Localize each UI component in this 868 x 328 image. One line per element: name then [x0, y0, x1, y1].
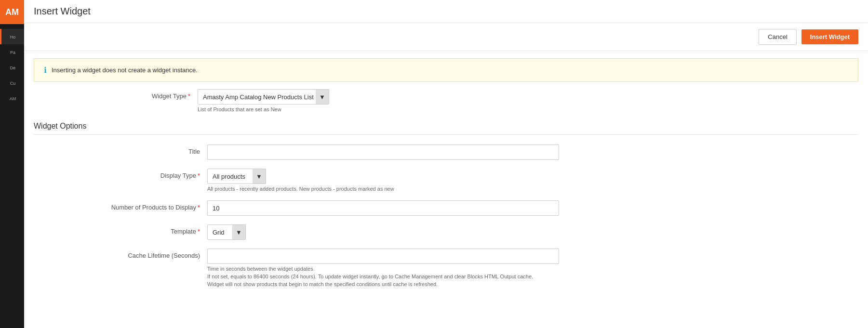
required-marker: *	[198, 204, 200, 211]
dialog-area: Cancel Insert Widget ℹ Inserting a widge…	[24, 23, 868, 328]
template-select-wrap: Grid List ▼	[207, 224, 246, 240]
required-marker: *	[198, 172, 200, 179]
cache-lifetime-label: Cache Lifetime (Seconds)	[34, 249, 207, 259]
widget-type-select[interactable]: Amasty Amp Catalog New Products List	[198, 89, 329, 105]
widget-options-title: Widget Options	[34, 122, 858, 135]
template-label: Template*	[34, 224, 207, 235]
cache-lifetime-note-1: Time in seconds between the widget updat…	[207, 266, 559, 272]
num-products-label: Number of Products to Display*	[34, 200, 207, 211]
notice-banner: ℹ Inserting a widget does not create a w…	[34, 58, 858, 82]
widget-type-description: List of Products that are set as New	[198, 106, 549, 112]
widget-type-control: Amasty Amp Catalog New Products List ▼ L…	[198, 89, 858, 112]
sidebar-item-home[interactable]: Ho	[0, 29, 24, 44]
display-type-row: Display Type* All products New products …	[34, 169, 858, 192]
sidebar-item-design[interactable]: De	[0, 60, 24, 75]
cache-lifetime-note-2: If not set, equals to 86400 seconds (24 …	[207, 274, 559, 279]
title-control	[207, 144, 858, 160]
sidebar-item-label: Pa	[1, 50, 24, 55]
info-icon: ℹ	[44, 66, 47, 75]
display-type-control: All products New products ▼ All products…	[207, 169, 858, 192]
display-type-select[interactable]: All products New products	[207, 169, 266, 184]
sidebar-item-pages[interactable]: Pa	[0, 44, 24, 60]
template-control: Grid List ▼	[207, 224, 858, 240]
widget-options-section: Widget Options Title Display Type*	[24, 117, 868, 305]
sidebar-item-label: Cu	[1, 81, 24, 86]
cache-lifetime-control: Time in seconds between the widget updat…	[207, 249, 858, 287]
cancel-button[interactable]: Cancel	[759, 29, 796, 45]
cache-lifetime-note-3: Widget will not show products that begin…	[207, 281, 559, 287]
sidebar-item-am[interactable]: AM	[0, 91, 24, 106]
cache-lifetime-input[interactable]	[207, 249, 559, 264]
sidebar: AM Ho Pa De Cu AM	[0, 0, 24, 328]
title-row: Title	[34, 144, 858, 160]
widget-type-select-wrap: Amasty Amp Catalog New Products List ▼	[198, 89, 329, 105]
sidebar-nav: Ho Pa De Cu AM	[0, 29, 24, 106]
notice-text: Inserting a widget does not create a wid…	[52, 66, 198, 74]
sidebar-logo: AM	[0, 0, 24, 24]
template-row: Template* Grid List ▼	[34, 224, 858, 240]
main-content: Insert Widget Cancel Insert Widget ℹ Ins…	[24, 0, 868, 328]
display-type-select-wrap: All products New products ▼	[207, 169, 266, 184]
num-products-control	[207, 200, 858, 216]
required-marker: *	[188, 92, 190, 100]
display-type-description: All products - recently added products. …	[207, 186, 559, 192]
page-header: Insert Widget	[24, 0, 868, 23]
widget-type-row: Widget Type* Amasty Amp Catalog New Prod…	[24, 89, 868, 112]
toolbar: Cancel Insert Widget	[24, 23, 868, 51]
cache-lifetime-row: Cache Lifetime (Seconds) Time in seconds…	[34, 249, 858, 287]
sidebar-item-custom[interactable]: Cu	[0, 75, 24, 91]
sidebar-item-label: De	[1, 66, 24, 70]
template-select[interactable]: Grid List	[207, 224, 246, 240]
title-input[interactable]	[207, 144, 559, 160]
sidebar-item-label: AM	[1, 96, 24, 101]
page-title: Insert Widget	[34, 6, 858, 17]
title-label: Title	[34, 144, 207, 155]
sidebar-item-label: Ho	[1, 35, 24, 39]
num-products-input[interactable]	[207, 200, 559, 216]
widget-type-label: Widget Type*	[34, 89, 198, 100]
required-marker: *	[198, 228, 200, 235]
num-products-row: Number of Products to Display*	[34, 200, 858, 216]
display-type-label: Display Type*	[34, 169, 207, 179]
insert-widget-button[interactable]: Insert Widget	[801, 29, 858, 44]
